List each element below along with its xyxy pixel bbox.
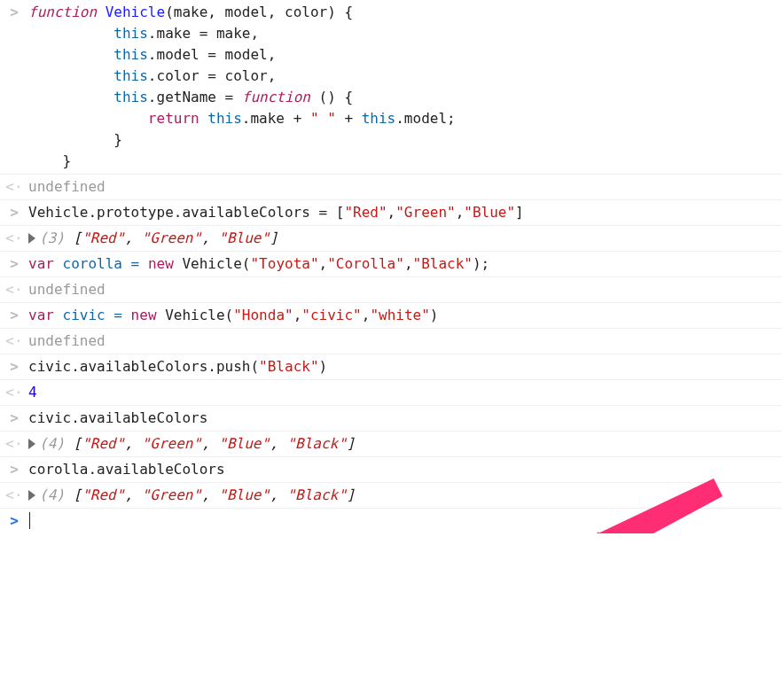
console-input-row: > civic.availableColors.push("Black") [0, 354, 782, 380]
console-input-row: > civic.availableColors [0, 406, 782, 432]
code-line: civic.availableColors [23, 408, 782, 429]
output-icon: <· [5, 433, 23, 455]
input-chevron-icon: > [5, 356, 23, 377]
console-input-row: > var civic = new Vehicle("Honda","civic… [0, 303, 782, 329]
console-output-row[interactable]: <· (3) ["Red", "Green", "Blue"] [0, 226, 782, 252]
expand-triangle-icon[interactable] [28, 439, 35, 449]
console-input-row: > var corolla = new Vehicle("Toyota","Co… [0, 252, 782, 277]
output-number: 4 [23, 382, 782, 403]
output-undefined: undefined [23, 331, 782, 352]
input-chevron-icon: > [5, 2, 23, 23]
output-undefined: undefined [23, 176, 782, 198]
console-output-row[interactable]: <· (4) ["Red", "Green", "Blue", "Black"] [0, 432, 782, 457]
console-prompt-row[interactable]: > [0, 509, 782, 533]
array-preview: ["Red", "Green", "Blue", "Black"] [74, 486, 356, 503]
console-output-row: <· undefined [0, 175, 782, 200]
output-icon: <· [5, 485, 23, 506]
array-preview: ["Red", "Green", "Blue", "Black"] [74, 435, 356, 452]
code-line: var civic = new Vehicle("Honda","civic",… [23, 305, 782, 326]
output-array[interactable]: (4) ["Red", "Green", "Blue", "Black"] [23, 433, 782, 455]
console-output-row: <· 4 [0, 380, 782, 406]
console-input-row: > corolla.availableColors [0, 457, 782, 483]
output-icon: <· [5, 382, 23, 403]
input-chevron-icon: > [5, 459, 23, 480]
console-output-row: <· undefined [0, 277, 782, 303]
code-line: corolla.availableColors [23, 459, 782, 480]
output-array[interactable]: (4) ["Red", "Green", "Blue", "Black"] [23, 485, 782, 506]
keyword-function: function [28, 4, 97, 20]
input-chevron-icon: > [5, 305, 23, 326]
output-icon: <· [5, 176, 23, 198]
console-input-row: > Vehicle.prototype.availableColors = ["… [0, 200, 782, 226]
text-cursor-icon [29, 512, 30, 529]
output-icon: <· [5, 331, 23, 352]
output-undefined: undefined [23, 279, 782, 300]
code-block: function Vehicle(make, model, color) { t… [23, 2, 782, 172]
output-icon: <· [5, 228, 23, 249]
input-chevron-icon: > [5, 408, 23, 429]
code-line: civic.availableColors.push("Black") [23, 356, 782, 377]
prompt-chevron-icon: > [5, 510, 23, 532]
array-preview: ["Red", "Green", "Blue"] [74, 229, 278, 246]
expand-triangle-icon[interactable] [28, 233, 35, 244]
expand-triangle-icon[interactable] [28, 490, 35, 501]
input-chevron-icon: > [5, 202, 23, 223]
code-line: Vehicle.prototype.availableColors = ["Re… [23, 202, 782, 223]
console-output-row[interactable]: <· (4) ["Red", "Green", "Blue", "Black"] [0, 483, 782, 509]
console-input-field[interactable] [23, 510, 782, 532]
output-icon: <· [5, 279, 23, 300]
console-output-row: <· undefined [0, 329, 782, 354]
output-array[interactable]: (3) ["Red", "Green", "Blue"] [23, 228, 782, 249]
code-line: var corolla = new Vehicle("Toyota","Coro… [23, 253, 782, 275]
function-name: Vehicle [106, 4, 165, 20]
input-chevron-icon: > [5, 253, 23, 275]
console-input-row: > function Vehicle(make, model, color) {… [0, 0, 782, 175]
